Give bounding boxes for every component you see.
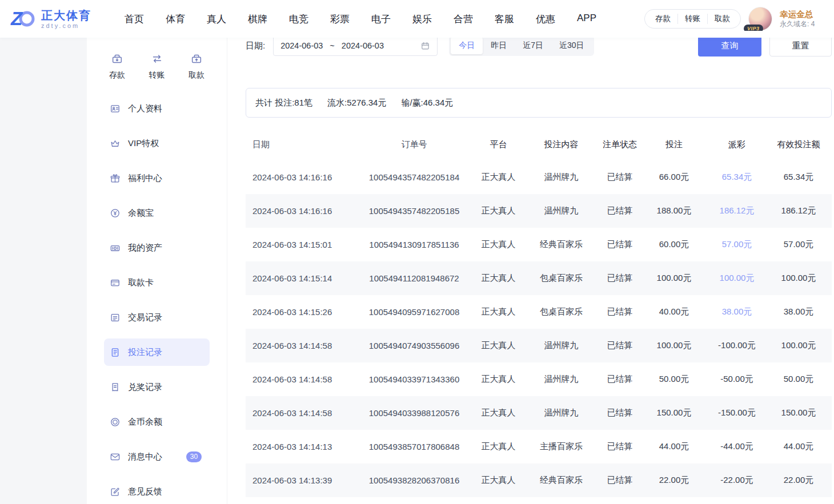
- cell-platform: 正大真人: [474, 172, 523, 183]
- cell-payout: 186.12元: [708, 205, 765, 216]
- nav-item-7[interactable]: 电子: [371, 13, 391, 26]
- crown-icon: [110, 138, 121, 149]
- sidebar-item-profile[interactable]: 个人资料: [104, 95, 210, 122]
- nav-item-6[interactable]: 彩票: [330, 13, 350, 26]
- column-header-valid_bet: 有效投注额: [765, 139, 832, 150]
- sidebar-quick-transfer[interactable]: 转账: [142, 53, 173, 80]
- quick-action-label: 取款: [189, 70, 205, 80]
- avatar[interactable]: VIP3: [748, 7, 772, 31]
- cell-payout: 38.00元: [708, 307, 765, 317]
- cell-date: 2024-06-03 14:16:16: [246, 206, 354, 216]
- calendar-icon[interactable]: [420, 41, 430, 51]
- cell-payout: 65.34元: [708, 172, 765, 183]
- cell-payout: -44.00元: [708, 441, 765, 452]
- nav-item-11[interactable]: 优惠: [536, 13, 555, 26]
- logo-title: 正大体育: [41, 9, 91, 22]
- nav-item-2[interactable]: 体育: [166, 13, 185, 26]
- reset-button[interactable]: 重置: [769, 35, 832, 57]
- summary-total-bets: 共计 投注:81笔: [255, 98, 312, 108]
- sidebar-item-label: 交易记录: [128, 312, 162, 323]
- sidebar-item-crown[interactable]: VIP特权: [104, 130, 210, 157]
- nav-item-3[interactable]: 真人: [207, 13, 226, 26]
- sidebar-item-message[interactable]: 消息中心30: [104, 443, 210, 470]
- table-row: 2024-06-03 14:14:581005494074903556096正大…: [246, 329, 832, 362]
- sidebar-quick-withdraw[interactable]: 取款: [181, 53, 212, 80]
- cell-date: 2024-06-03 14:13:39: [246, 475, 354, 485]
- nav-item-9[interactable]: 合营: [454, 13, 473, 26]
- cell-bet: 150.00元: [640, 408, 708, 418]
- sidebar-item-gold-coin[interactable]: 金币余额: [104, 408, 210, 436]
- logo-subtitle: zdty.com: [41, 22, 91, 29]
- nav-item-8[interactable]: 娱乐: [412, 13, 432, 26]
- sidebar-quick-deposit[interactable]: 存款: [102, 53, 133, 80]
- nav-item-1[interactable]: 首页: [125, 13, 144, 26]
- cell-status: 已结算: [600, 340, 640, 351]
- cell-payout: -150.00元: [708, 408, 765, 418]
- table-row: 2024-06-03 14:14:581005494033971343360正大…: [246, 362, 832, 396]
- sidebar-item-coin-safe[interactable]: 余额宝: [104, 199, 210, 227]
- cell-bet: 50.00元: [640, 374, 708, 385]
- filter-actions: 查询 重置: [698, 35, 832, 57]
- sidebar-item-label: 余额宝: [128, 208, 154, 219]
- sidebar-item-redeem[interactable]: 兑奖记录: [104, 373, 210, 401]
- nav-item-12[interactable]: APP: [577, 13, 596, 26]
- logo[interactable]: Z 正大体育 zdty.com: [10, 7, 91, 30]
- cell-platform: 正大真人: [474, 340, 523, 351]
- date-range-picker[interactable]: 2024-06-03 ~ 2024-06-03: [273, 35, 438, 56]
- nav-item-4[interactable]: 棋牌: [248, 13, 267, 26]
- sidebar-item-label: 兑奖记录: [128, 382, 162, 393]
- cell-valid_bet: 22.00元: [765, 475, 832, 486]
- bank-card-icon: [110, 277, 121, 288]
- sidebar-quick-actions: 存款转账取款: [87, 53, 227, 80]
- query-button[interactable]: 查询: [698, 35, 761, 57]
- cell-date: 2024-06-03 14:14:13: [246, 442, 354, 451]
- range-button-1[interactable]: 今日: [451, 37, 483, 54]
- sidebar-item-gift[interactable]: 福利中心: [104, 164, 210, 192]
- sidebar-item-assets[interactable]: 我的资产: [104, 234, 210, 261]
- sidebar-item-transaction[interactable]: 交易记录: [104, 304, 210, 331]
- cell-order_no: 1005494130917851136: [354, 240, 474, 249]
- wallet-action-3[interactable]: 取款: [707, 14, 737, 24]
- cell-platform: 正大真人: [474, 239, 523, 250]
- column-header-payout: 派彩: [708, 139, 765, 150]
- nav-item-10[interactable]: 客服: [495, 13, 514, 26]
- cell-status: 已结算: [600, 475, 640, 486]
- nav-item-5[interactable]: 电竞: [289, 13, 308, 26]
- user-domain: 永久域名: 4: [780, 20, 834, 29]
- sidebar-item-label: VIP特权: [128, 138, 159, 149]
- cell-status: 已结算: [600, 408, 640, 418]
- date-from[interactable]: 2024-06-03: [280, 41, 323, 50]
- cell-content: 经典百家乐: [523, 475, 600, 486]
- sidebar-item-feedback[interactable]: 意见反馈: [104, 478, 210, 504]
- range-button-2[interactable]: 昨日: [483, 37, 515, 54]
- column-header-order_no: 订单号: [354, 139, 474, 150]
- table-row: 2024-06-03 14:15:011005494130917851136正大…: [246, 228, 832, 261]
- cell-date: 2024-06-03 14:15:14: [246, 273, 354, 283]
- main-content: 日期: 2024-06-03 ~ 2024-06-03 今日昨日近7日近30日 …: [227, 38, 834, 504]
- wallet-action-2[interactable]: 转账: [677, 14, 707, 24]
- date-separator: ~: [330, 41, 334, 50]
- sidebar-item-label: 个人资料: [128, 103, 162, 114]
- date-to[interactable]: 2024-06-03: [342, 41, 384, 50]
- cell-platform: 正大真人: [474, 475, 523, 486]
- user-info: 幸运金总 永久域名: 4: [780, 9, 834, 29]
- summary-win-loss: 输/赢:46.34元: [401, 98, 453, 108]
- logo-icon: Z: [10, 7, 37, 30]
- sidebar-item-label: 福利中心: [128, 173, 162, 184]
- sidebar-item-bank-card[interactable]: 取款卡: [104, 269, 210, 296]
- cell-bet: 100.00元: [640, 273, 708, 284]
- cell-status: 已结算: [600, 307, 640, 317]
- table-row: 2024-06-03 14:13:391005493828206370816正大…: [246, 463, 832, 497]
- wallet-action-1[interactable]: 存款: [648, 14, 677, 24]
- cell-bet: 66.00元: [640, 172, 708, 183]
- sidebar-item-bet-record[interactable]: 投注记录: [104, 338, 210, 366]
- cell-status: 已结算: [600, 441, 640, 452]
- cell-order_no: 1005494112081948672: [354, 273, 474, 283]
- cell-date: 2024-06-03 14:14:58: [246, 374, 354, 384]
- cell-platform: 正大真人: [474, 205, 523, 216]
- range-button-3[interactable]: 近7日: [515, 37, 551, 54]
- profile-icon: [110, 103, 121, 114]
- cell-content: 经典百家乐: [523, 239, 600, 250]
- range-button-4[interactable]: 近30日: [551, 37, 592, 54]
- column-header-bet: 投注: [640, 139, 708, 150]
